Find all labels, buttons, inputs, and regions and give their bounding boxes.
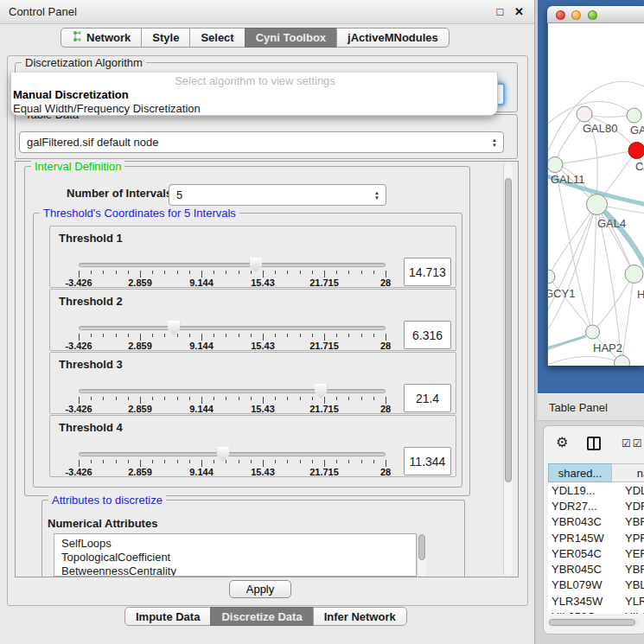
node-label: GAL11 [551,173,585,186]
tab-label: Style [152,31,179,44]
network-graph: GAL80GACGAL11GAL4GCY1HHAP2 [548,23,644,366]
tab-label: jActiveMNodules [348,31,438,44]
split-columns-icon[interactable] [587,437,601,450]
tab-label: Discretize Data [221,610,302,623]
node-label: GAL4 [597,217,626,230]
tab-jactivemnodules[interactable]: jActiveMNodules [336,28,450,48]
tab-label: Impute Data [136,610,200,623]
tab-network[interactable]: Network [61,28,142,48]
minimize-traffic-light-icon[interactable] [571,10,581,20]
table-cell: YLR345W [548,595,612,608]
table-row[interactable]: YER054CYER0 [548,545,644,561]
table-row[interactable]: YBL079WYBL0 [548,577,644,593]
table-row[interactable]: YDR27...YDR2 [548,498,644,513]
table-data-combobox[interactable]: galFiltered.sif default node ▲▼ [19,131,504,153]
slider-track[interactable] [79,452,386,456]
table-cell: YDR27... [548,500,612,513]
table-row[interactable]: YDL19...YDL1 [548,482,644,498]
bottom-tab-bar: Impute DataDiscretize DataInfer Network [124,607,407,626]
popup-option-equal-width-frequency[interactable]: Equal Width/Frequency Discretization [11,102,497,116]
right-region: GAL80GACGAL11GAL4GCY1HHAP2 Table Panel ⚙… [538,0,644,644]
table-cell: YIL052C [548,610,612,614]
table-cell: YBR043C [548,515,612,528]
network-node[interactable] [615,355,630,366]
network-view-window: GAL80GACGAL11GAL4GCY1HHAP2 [547,6,644,366]
stepper-arrows-icon: ▲▼ [492,137,497,148]
tab-label: Infer Network [324,610,396,623]
network-window-titlebar[interactable] [547,6,644,23]
tab-impute-data[interactable]: Impute Data [124,607,211,626]
network-node-ga[interactable] [627,108,641,123]
node-label: GCY1 [548,287,575,300]
table-cell: YDL1 [612,484,644,497]
apply-button[interactable]: Apply [229,580,291,598]
table-horizontal-scrollbar[interactable] [548,618,640,627]
settings-vertical-scrollbar[interactable] [503,163,513,576]
network-node-c[interactable] [628,143,644,159]
table-cell: YBL079W [548,578,612,591]
number-of-intervals-combobox[interactable]: 5 ▲▼ [169,184,386,206]
node-label: GAL80 [583,122,617,135]
threshold-value-field[interactable]: 6.316 [404,321,451,349]
algorithm-dropdown-popup: Select algorithm to view settings Manual… [10,73,498,116]
table-panel-titlebar[interactable]: Table Panel [538,393,644,421]
table-row[interactable]: YBR043CYBR0 [548,514,644,530]
slider-tick-labels: -3.4262.8599.14415.4321.71528 [79,277,386,288]
threshold-label: Threshold 3 [59,358,123,371]
threshold-value-field[interactable]: 11.344 [404,447,451,475]
table-cell: YER0 [612,547,644,560]
table-row[interactable]: YBR045CYBR0 [548,561,644,577]
close-icon[interactable]: ✕ [514,5,524,18]
tab-discretize-data[interactable]: Discretize Data [210,607,313,626]
threshold-value-field[interactable]: 14.713 [404,258,451,286]
threshold-panel-3: Threshold 3-3.4262.8599.14415.4321.71528… [49,352,456,414]
table-row[interactable]: YPR145WYPR1 [548,530,644,545]
threshold-value-field[interactable]: 21.4 [404,384,451,412]
top-tab-bar: NetworkStyleSelectCyni ToolboxjActiveMNo… [61,28,450,48]
network-node-gal80[interactable] [577,106,592,122]
slider-track[interactable] [79,389,386,393]
float-window-icon[interactable]: □ [497,5,504,18]
control-panel-titlebar[interactable]: Control Panel □ ✕ [0,0,534,24]
tab-cyni-toolbox[interactable]: Cyni Toolbox [245,28,337,48]
table-row[interactable]: YIL052CYIL0 [548,609,644,614]
network-node-h[interactable] [625,265,643,284]
network-node-gal11[interactable] [548,157,563,173]
gear-icon[interactable]: ⚙ [556,434,568,450]
numerical-attributes-list[interactable]: SelfLoopsTopologicalCoefficientBetweenne… [54,533,417,577]
network-canvas[interactable]: GAL80GACGAL11GAL4GCY1HHAP2 [548,23,644,366]
threshold-slider-stack: Threshold 1-3.4262.8599.14415.4321.71528… [49,226,456,478]
tab-infer-network[interactable]: Infer Network [313,607,407,626]
network-node-gal4[interactable] [587,194,608,215]
threshold-panel-2: Threshold 2-3.4262.8599.14415.4321.71528… [49,289,456,351]
attributes-list-scrollbar[interactable] [417,533,426,577]
table-cell: YPR145W [548,532,612,545]
popup-option-manual-discretization[interactable]: Manual Discretization [11,88,497,102]
popup-placeholder: Select algorithm to view settings [11,73,497,88]
tab-label: Cyni Toolbox [256,31,326,44]
column-header-1[interactable]: shared... [548,463,612,482]
table-cell: YBR045C [548,563,612,576]
window-title: Control Panel [9,0,77,24]
tab-style[interactable]: Style [141,28,190,48]
select-columns-icon[interactable]: ☑☑ [622,437,644,450]
zoom-traffic-light-icon[interactable] [588,10,597,20]
threshold-label: Threshold 4 [59,421,123,434]
attribute-item-selfloops[interactable]: SelfLoops [61,537,416,551]
table-panel-title: Table Panel [549,394,608,421]
tab-select[interactable]: Select [189,28,245,48]
threshold-panel-1: Threshold 1-3.4262.8599.14415.4321.71528… [49,226,456,288]
column-header-2[interactable]: na [611,463,644,482]
slider-track[interactable] [79,326,386,330]
discretization-algorithm-group-title: Discretization Algorithm [22,56,146,69]
network-node-hap2[interactable] [586,325,600,339]
slider-tick-labels: -3.4262.8599.14415.4321.71528 [79,467,386,477]
network-node-gcy1[interactable] [548,270,555,284]
attribute-item-betweennesscentrality[interactable]: BetweennessCentrality [61,564,416,577]
attribute-item-topologicalcoefficient[interactable]: TopologicalCoefficient [61,551,416,564]
table-cell: YIL0 [612,610,644,614]
interval-definition-group-title: Interval Definition [31,160,124,173]
close-traffic-light-icon[interactable] [556,10,565,20]
table-row[interactable]: YLR345WYLR3 [548,593,644,609]
slider-track[interactable] [79,263,386,267]
